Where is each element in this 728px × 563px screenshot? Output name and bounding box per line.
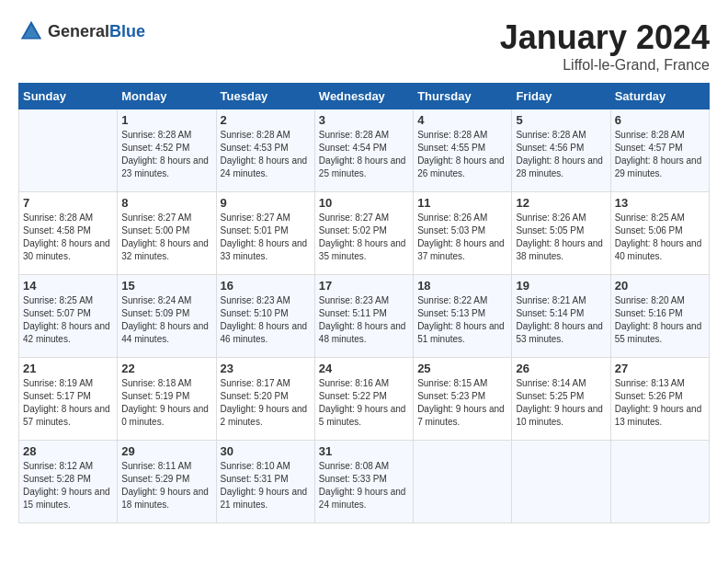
calendar-cell: 4 Sunrise: 8:28 AMSunset: 4:55 PMDayligh… [414,109,512,192]
cell-details: Sunrise: 8:10 AMSunset: 5:31 PMDaylight:… [221,460,311,511]
cell-details: Sunrise: 8:27 AMSunset: 5:00 PMDaylight:… [121,212,211,263]
calendar-cell: 31 Sunrise: 8:08 AMSunset: 5:33 PMDaylig… [314,441,413,523]
day-number: 10 [319,196,409,210]
cell-details: Sunrise: 8:15 AMSunset: 5:23 PMDaylight:… [417,377,507,429]
cell-details: Sunrise: 8:28 AMSunset: 4:52 PMDaylight:… [121,129,211,180]
day-number: 1 [121,113,211,127]
logo-blue: Blue [109,22,145,40]
day-number: 16 [221,279,311,293]
weekday-header-wednesday: Wednesday [314,84,413,109]
week-row-4: 21 Sunrise: 8:19 AMSunset: 5:17 PMDaylig… [19,358,710,441]
day-number: 29 [121,444,211,458]
day-number: 28 [23,444,113,458]
cell-details: Sunrise: 8:27 AMSunset: 5:02 PMDaylight:… [319,212,409,263]
logo-text: GeneralBlue [48,22,145,41]
day-number: 21 [23,362,113,375]
day-number: 6 [615,113,705,127]
calendar-cell: 2 Sunrise: 8:28 AMSunset: 4:53 PMDayligh… [216,109,314,192]
cell-details: Sunrise: 8:28 AMSunset: 4:54 PMDaylight:… [319,129,409,180]
cell-details: Sunrise: 8:16 AMSunset: 5:22 PMDaylight:… [319,377,409,429]
calendar-cell: 16 Sunrise: 8:23 AMSunset: 5:10 PMDaylig… [216,275,314,358]
cell-details: Sunrise: 8:17 AMSunset: 5:20 PMDaylight:… [221,377,311,429]
day-number: 22 [121,362,211,375]
calendar-cell: 18 Sunrise: 8:22 AMSunset: 5:13 PMDaylig… [414,275,512,358]
day-number: 17 [319,279,409,293]
calendar-cell: 7 Sunrise: 8:28 AMSunset: 4:58 PMDayligh… [19,192,118,275]
day-number: 2 [221,113,311,127]
month-title: January 2024 [500,18,710,57]
calendar-cell: 1 Sunrise: 8:28 AMSunset: 4:52 PMDayligh… [118,109,216,192]
day-number: 31 [319,444,409,458]
logo-icon [18,18,44,44]
day-number: 23 [221,362,311,375]
logo-general: General [48,22,109,40]
cell-details: Sunrise: 8:25 AMSunset: 5:06 PMDaylight:… [615,212,705,263]
calendar-cell [610,441,709,523]
cell-details: Sunrise: 8:28 AMSunset: 4:58 PMDaylight:… [23,212,113,263]
calendar-cell: 6 Sunrise: 8:28 AMSunset: 4:57 PMDayligh… [610,109,709,192]
weekday-header-thursday: Thursday [414,84,512,109]
calendar-cell [414,441,512,523]
weekday-header-monday: Monday [118,84,216,109]
day-number: 26 [516,362,606,375]
calendar-cell: 11 Sunrise: 8:26 AMSunset: 5:03 PMDaylig… [414,192,512,275]
cell-details: Sunrise: 8:11 AMSunset: 5:29 PMDaylight:… [121,460,211,511]
cell-details: Sunrise: 8:08 AMSunset: 5:33 PMDaylight:… [319,460,409,511]
calendar-cell: 13 Sunrise: 8:25 AMSunset: 5:06 PMDaylig… [610,192,709,275]
cell-details: Sunrise: 8:25 AMSunset: 5:07 PMDaylight:… [23,294,113,346]
calendar-cell: 19 Sunrise: 8:21 AMSunset: 5:14 PMDaylig… [512,275,610,358]
cell-details: Sunrise: 8:26 AMSunset: 5:03 PMDaylight:… [417,212,507,263]
calendar-cell: 17 Sunrise: 8:23 AMSunset: 5:11 PMDaylig… [314,275,413,358]
weekday-header-sunday: Sunday [19,84,118,109]
calendar-cell: 14 Sunrise: 8:25 AMSunset: 5:07 PMDaylig… [19,275,118,358]
day-number: 13 [615,196,705,210]
day-number: 19 [516,279,606,293]
day-number: 14 [23,279,113,293]
cell-details: Sunrise: 8:28 AMSunset: 4:57 PMDaylight:… [615,129,705,180]
day-number: 9 [221,196,311,210]
calendar-cell: 22 Sunrise: 8:18 AMSunset: 5:19 PMDaylig… [118,358,216,441]
cell-details: Sunrise: 8:21 AMSunset: 5:14 PMDaylight:… [516,294,606,346]
calendar-cell: 26 Sunrise: 8:14 AMSunset: 5:25 PMDaylig… [512,358,610,441]
calendar-cell: 20 Sunrise: 8:20 AMSunset: 5:16 PMDaylig… [610,275,709,358]
calendar-table: SundayMondayTuesdayWednesdayThursdayFrid… [18,83,710,523]
calendar-cell: 29 Sunrise: 8:11 AMSunset: 5:29 PMDaylig… [118,441,216,523]
day-number: 25 [417,362,507,375]
week-row-2: 7 Sunrise: 8:28 AMSunset: 4:58 PMDayligh… [19,192,710,275]
cell-details: Sunrise: 8:19 AMSunset: 5:17 PMDaylight:… [23,377,113,429]
calendar-cell: 24 Sunrise: 8:16 AMSunset: 5:22 PMDaylig… [314,358,413,441]
logo: GeneralBlue [18,18,145,44]
calendar-cell: 12 Sunrise: 8:26 AMSunset: 5:05 PMDaylig… [512,192,610,275]
day-number: 11 [417,196,507,210]
calendar-cell: 8 Sunrise: 8:27 AMSunset: 5:00 PMDayligh… [118,192,216,275]
day-number: 12 [516,196,606,210]
cell-details: Sunrise: 8:27 AMSunset: 5:01 PMDaylight:… [221,212,311,263]
week-row-1: 1 Sunrise: 8:28 AMSunset: 4:52 PMDayligh… [19,109,710,192]
calendar-cell: 10 Sunrise: 8:27 AMSunset: 5:02 PMDaylig… [314,192,413,275]
cell-details: Sunrise: 8:28 AMSunset: 4:56 PMDaylight:… [516,129,606,180]
weekday-header-friday: Friday [512,84,610,109]
cell-details: Sunrise: 8:26 AMSunset: 5:05 PMDaylight:… [516,212,606,263]
week-row-5: 28 Sunrise: 8:12 AMSunset: 5:28 PMDaylig… [19,441,710,523]
day-number: 18 [417,279,507,293]
day-number: 7 [23,196,113,210]
calendar-cell [19,109,118,192]
cell-details: Sunrise: 8:24 AMSunset: 5:09 PMDaylight:… [121,294,211,346]
day-number: 8 [121,196,211,210]
cell-details: Sunrise: 8:18 AMSunset: 5:19 PMDaylight:… [121,377,211,429]
location-title: Liffol-le-Grand, France [500,57,710,74]
calendar-cell: 28 Sunrise: 8:12 AMSunset: 5:28 PMDaylig… [19,441,118,523]
calendar-cell: 15 Sunrise: 8:24 AMSunset: 5:09 PMDaylig… [118,275,216,358]
day-number: 5 [516,113,606,127]
cell-details: Sunrise: 8:20 AMSunset: 5:16 PMDaylight:… [615,294,705,346]
cell-details: Sunrise: 8:12 AMSunset: 5:28 PMDaylight:… [23,460,113,511]
day-number: 30 [221,444,311,458]
cell-details: Sunrise: 8:28 AMSunset: 4:55 PMDaylight:… [417,129,507,180]
day-number: 15 [121,279,211,293]
cell-details: Sunrise: 8:13 AMSunset: 5:26 PMDaylight:… [615,377,705,429]
cell-details: Sunrise: 8:14 AMSunset: 5:25 PMDaylight:… [516,377,606,429]
cell-details: Sunrise: 8:22 AMSunset: 5:13 PMDaylight:… [417,294,507,346]
cell-details: Sunrise: 8:23 AMSunset: 5:11 PMDaylight:… [319,294,409,346]
calendar-cell: 9 Sunrise: 8:27 AMSunset: 5:01 PMDayligh… [216,192,314,275]
calendar-cell: 30 Sunrise: 8:10 AMSunset: 5:31 PMDaylig… [216,441,314,523]
